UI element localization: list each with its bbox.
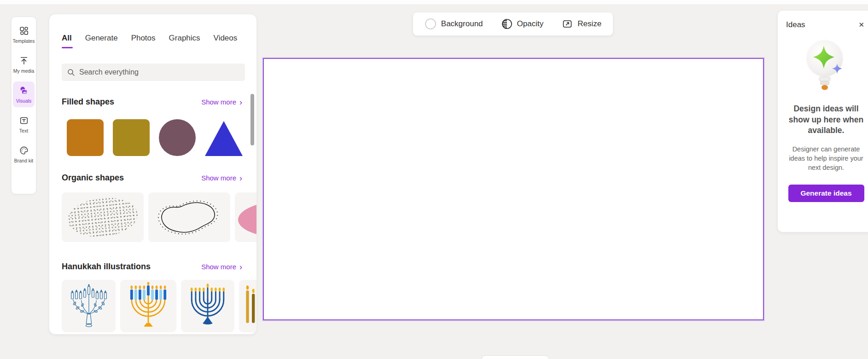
section-title: Filled shapes: [62, 97, 114, 107]
sidebar-item-text[interactable]: Text: [13, 111, 35, 137]
resize-arrow-icon: [562, 18, 573, 29]
visuals-panel: All Generate Photos Graphics Videos Fill…: [49, 14, 257, 335]
tab-all[interactable]: All: [62, 34, 72, 48]
panel-scrollbar[interactable]: [250, 94, 254, 145]
hanukkah-thumb-gold-menorah[interactable]: [120, 280, 176, 332]
canvas-toolbar: Background Opacity Resize: [413, 12, 613, 36]
chevron-right-icon: ›: [239, 99, 242, 105]
show-more-hanukkah[interactable]: Show more ›: [201, 263, 242, 271]
organic-thumb-dotted-blob[interactable]: [148, 192, 230, 242]
sidebar-item-label: Text: [19, 128, 28, 133]
background-label: Background: [441, 19, 483, 29]
show-more-filled-shapes[interactable]: Show more ›: [201, 98, 242, 106]
pink-blob-shape: [238, 201, 257, 237]
sidebar-item-my-media[interactable]: My media: [13, 52, 35, 77]
menorah-blue: [186, 283, 229, 329]
ideas-headline: Design ideas will show up here when avai…: [786, 104, 866, 136]
opacity-contrast-icon: [501, 18, 513, 29]
hanukkah-thumb-outline-menorah[interactable]: [62, 280, 116, 332]
organic-thumb-stippled-oval[interactable]: [62, 192, 144, 242]
organic-thumb-pink-blob[interactable]: [235, 192, 257, 242]
resize-label: Resize: [577, 19, 601, 29]
resize-button[interactable]: Resize: [562, 18, 601, 29]
generate-ideas-button[interactable]: Generate ideas: [788, 185, 864, 202]
sidebar-item-label: Visuals: [16, 98, 32, 104]
dotted-outline-blob: [148, 192, 230, 242]
visuals-tabs: All Generate Photos Graphics Videos: [62, 34, 237, 48]
search-box[interactable]: [62, 64, 245, 81]
tab-generate[interactable]: Generate: [85, 34, 118, 48]
opacity-button[interactable]: Opacity: [501, 18, 544, 29]
filled-shape-mauve-circle[interactable]: [159, 119, 196, 156]
background-circle-icon: [425, 18, 437, 30]
section-title: Organic shapes: [62, 173, 124, 183]
hanukkah-thumb-partial-menorah[interactable]: [239, 280, 257, 332]
templates-grid-icon: [19, 26, 29, 36]
background-button[interactable]: Background: [425, 18, 483, 30]
sidebar-item-brand-kit[interactable]: Brand kit: [13, 141, 35, 167]
top-strip: [0, 0, 868, 4]
section-header-organic-shapes: Organic shapes Show more ›: [62, 173, 242, 183]
chevron-right-icon: ›: [239, 175, 242, 181]
tab-photos[interactable]: Photos: [131, 34, 156, 48]
show-more-organic-shapes[interactable]: Show more ›: [201, 174, 242, 182]
section-header-filled-shapes: Filled shapes Show more ›: [62, 97, 242, 107]
tab-videos[interactable]: Videos: [214, 34, 238, 48]
ideas-body-text: Designer can generate ideas to help insp…: [786, 145, 866, 173]
filled-shape-orange-square[interactable]: [67, 119, 104, 156]
tab-graphics[interactable]: Graphics: [169, 34, 200, 48]
palette-icon: [19, 145, 29, 156]
sidebar-item-label: My media: [13, 68, 35, 74]
sidebar-item-label: Templates: [13, 38, 35, 44]
hanukkah-row: [62, 280, 257, 332]
filled-shapes-row: [67, 119, 243, 156]
section-header-hanukkah: Hanukkah illustrations Show more ›: [62, 262, 242, 272]
upload-arrow-icon: [19, 56, 29, 66]
close-icon[interactable]: ✕: [856, 20, 866, 30]
filled-shape-blue-triangle[interactable]: [205, 121, 243, 156]
lightbulb-illustration: [801, 37, 851, 96]
bottom-toolbar-partial[interactable]: [481, 355, 549, 359]
search-input[interactable]: [79, 68, 239, 76]
opacity-label: Opacity: [517, 19, 544, 29]
organic-shapes-row: [62, 192, 257, 242]
design-canvas[interactable]: [263, 58, 764, 320]
menorah-gold-blue-candles: [125, 282, 171, 330]
sidebar-item-label: Brand kit: [14, 158, 33, 163]
menorah-outline-leaves: [67, 282, 111, 330]
stippled-dot-oval: [66, 194, 140, 240]
left-sidebar: Templates My media Visuals Text Brand ki…: [11, 17, 36, 194]
visuals-photo-icon: [19, 86, 29, 96]
text-box-icon: [19, 116, 29, 126]
ideas-panel-title: Ideas: [786, 20, 805, 29]
ideas-panel: Ideas ✕ Design ideas will: [777, 10, 868, 232]
chevron-right-icon: ›: [239, 264, 242, 270]
sidebar-item-visuals[interactable]: Visuals: [13, 81, 35, 107]
filled-shape-olive-square[interactable]: [113, 119, 150, 156]
search-icon: [67, 69, 75, 76]
section-title: Hanukkah illustrations: [62, 262, 151, 272]
hanukkah-thumb-blue-menorah[interactable]: [181, 280, 234, 332]
menorah-partial: [242, 282, 257, 330]
sidebar-item-templates[interactable]: Templates: [13, 22, 35, 47]
